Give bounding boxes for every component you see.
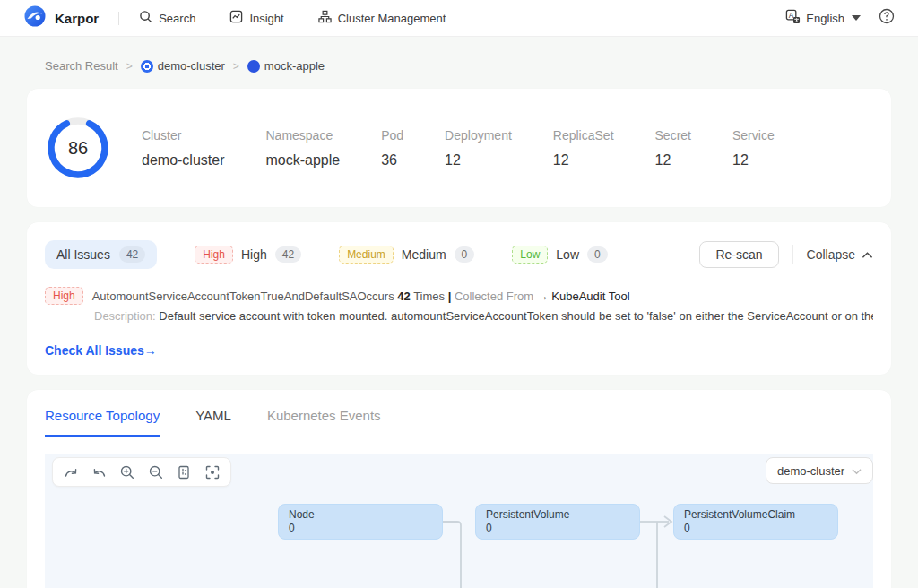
filter-high-label: High	[241, 247, 267, 262]
topology-node-persistentvolumeclaim[interactable]: PersistentVolumeClaim 0	[673, 504, 838, 540]
issue-row[interactable]: High AutomountServiceAccountTokenTrueAnd…	[45, 287, 873, 305]
stat-secret: Secret 12	[655, 128, 691, 169]
topology-node-node[interactable]: Node 0	[278, 504, 443, 540]
collapse-label: Collapse	[807, 247, 855, 262]
breadcrumb-resource-label: mock-apple	[264, 59, 325, 73]
description-label: Description:	[94, 309, 156, 323]
namespace-icon	[247, 60, 260, 73]
issue-occurs: Occurs	[357, 290, 394, 303]
check-all-issues-link[interactable]: Check All Issues→	[45, 343, 157, 358]
filter-medium[interactable]: Medium Medium 0	[339, 246, 474, 264]
score-card: 86 Cluster demo-cluster Namespace mock-a…	[27, 89, 891, 207]
resource-stats: Cluster demo-cluster Namespace mock-appl…	[142, 128, 775, 169]
brand[interactable]: Karpor	[23, 4, 99, 31]
nav-right: A English	[785, 8, 895, 28]
topology-canvas[interactable]: demo-cluster Node 0 PersistentVolume 0 P…	[45, 454, 873, 588]
filter-low-label: Low	[556, 247, 579, 262]
brand-name: Karpor	[55, 11, 99, 26]
issue-times: Times	[413, 290, 445, 303]
nav-item-label: Search	[159, 12, 195, 25]
topology-node-persistentvolume[interactable]: PersistentVolume 0	[475, 504, 640, 540]
tab-kubernetes-events[interactable]: Kubernetes Events	[267, 408, 381, 437]
vertical-divider	[792, 245, 793, 264]
cluster-management-icon	[318, 10, 332, 26]
fit-view-icon[interactable]	[176, 464, 192, 480]
filter-all-label: All Issues	[56, 247, 110, 262]
stat-replicaset: ReplicaSet 12	[553, 128, 614, 169]
karpor-logo-icon	[23, 4, 47, 31]
topology-card: Resource Topology YAML Kubernetes Events	[27, 390, 891, 588]
center-focus-icon[interactable]	[204, 464, 221, 480]
filter-medium-count: 0	[455, 246, 475, 263]
top-nav: Karpor Search Insight	[0, 0, 918, 37]
language-label: English	[806, 12, 844, 25]
filter-low[interactable]: Low Low 0	[512, 246, 607, 264]
nav-item-label: Insight	[249, 12, 283, 25]
nav-item-cluster-management[interactable]: Cluster Management	[318, 10, 446, 26]
nav-item-label: Cluster Management	[338, 12, 446, 25]
health-score-ring: 86	[45, 115, 111, 181]
language-selector[interactable]: A English	[785, 9, 861, 27]
search-icon	[139, 10, 152, 26]
cluster-icon	[141, 60, 153, 73]
undo-icon[interactable]	[91, 464, 108, 480]
redo-icon[interactable]	[63, 464, 79, 480]
nav-menu: Search Insight Cluster Management	[139, 10, 446, 26]
chevron-down-icon	[852, 464, 862, 478]
graph-toolbar	[52, 457, 231, 487]
breadcrumb: Search Result > demo-cluster > mock-appl…	[45, 59, 918, 73]
issue-collected-from: Collected From	[455, 290, 533, 303]
issue-tool: KubeAudit Tool	[551, 290, 629, 303]
description-text: Default service account with token mount…	[159, 309, 873, 323]
insight-icon	[230, 10, 243, 26]
tab-resource-topology[interactable]: Resource Topology	[45, 408, 160, 437]
breadcrumb-root[interactable]: Search Result	[45, 59, 118, 73]
tabs: Resource Topology YAML Kubernetes Events	[27, 408, 891, 437]
issue-pipe: |	[448, 290, 452, 303]
stat-pod: Pod 36	[381, 128, 403, 169]
stat-service: Service 12	[732, 128, 775, 169]
issue-count: 42	[397, 290, 410, 303]
zoom-in-icon[interactable]	[119, 464, 135, 480]
issue-description: Description: Default service account wit…	[94, 309, 873, 323]
breadcrumb-cluster[interactable]: demo-cluster	[141, 59, 225, 73]
help-icon[interactable]	[879, 8, 895, 28]
breadcrumb-resource[interactable]: mock-apple	[247, 59, 325, 73]
arrow-right-icon: →	[537, 290, 549, 303]
issue-summary: AutomountServiceAccountTokenTrueAndDefau…	[92, 290, 630, 303]
filter-actions: Re-scan Collapse	[699, 241, 873, 268]
caret-down-icon	[852, 15, 861, 21]
stat-cluster: Cluster demo-cluster	[142, 128, 224, 169]
filter-high[interactable]: High High 42	[195, 246, 301, 264]
zoom-out-icon[interactable]	[148, 464, 164, 480]
issue-severity-tag: High	[45, 287, 83, 305]
breadcrumb-separator: >	[126, 60, 133, 73]
breadcrumb-separator: >	[233, 60, 239, 73]
breadcrumb-cluster-label: demo-cluster	[158, 59, 225, 73]
cluster-select[interactable]: demo-cluster	[766, 457, 873, 484]
issue-filter-row: All Issues 42 High High 42 Medium Medium…	[45, 240, 873, 269]
filter-medium-label: Medium	[402, 247, 446, 262]
medium-severity-tag: Medium	[339, 246, 394, 264]
low-severity-tag: Low	[512, 246, 548, 264]
tab-yaml[interactable]: YAML	[195, 408, 231, 437]
filter-all-issues[interactable]: All Issues 42	[45, 240, 157, 269]
rescan-button[interactable]: Re-scan	[699, 241, 778, 268]
cluster-select-value: demo-cluster	[777, 464, 844, 478]
collapse-toggle[interactable]: Collapse	[807, 247, 873, 262]
nav-divider	[118, 12, 119, 25]
issue-title: AutomountServiceAccountTokenTrueAndDefau…	[92, 290, 358, 303]
stat-deployment: Deployment 12	[445, 128, 512, 169]
health-score-value: 86	[45, 115, 111, 181]
high-severity-tag: High	[195, 246, 233, 264]
filter-low-count: 0	[587, 246, 608, 263]
svg-text:A: A	[789, 11, 794, 20]
filter-high-count: 42	[275, 246, 301, 263]
chevron-up-icon	[862, 247, 873, 262]
nav-item-insight[interactable]: Insight	[230, 10, 283, 26]
issues-footer: Check All Issues→	[45, 342, 873, 359]
translate-icon: A	[785, 9, 801, 27]
filter-all-count: 42	[119, 246, 145, 263]
nav-item-search[interactable]: Search	[139, 10, 195, 26]
stat-namespace: Namespace mock-apple	[265, 128, 340, 169]
